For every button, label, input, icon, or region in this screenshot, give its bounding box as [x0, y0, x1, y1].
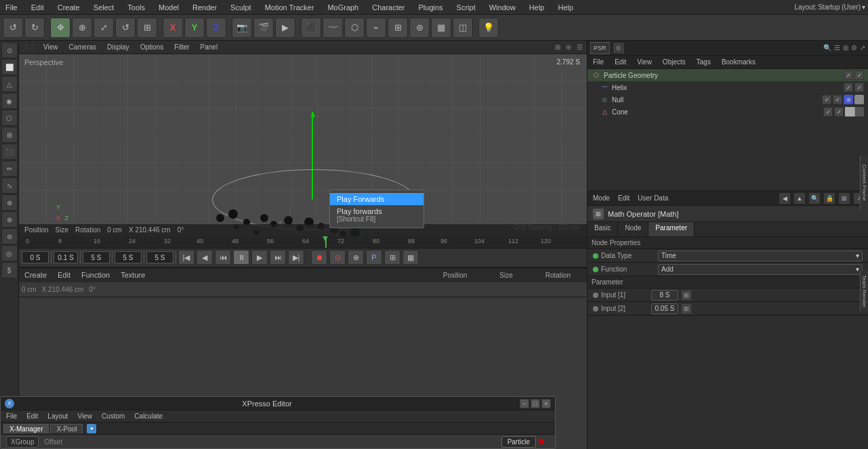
tab-basic[interactable]: Basic [587, 222, 618, 236]
attr-nav-btn[interactable]: ▲ [793, 192, 806, 205]
z-axis-btn[interactable]: Z [206, 18, 226, 38]
start-frame[interactable] [115, 251, 142, 263]
create-menu[interactable]: Create [22, 270, 49, 280]
vp-display-tab[interactable]: Display [104, 42, 132, 52]
auto-key-btn[interactable]: P [366, 250, 382, 265]
rotate-tool-btn[interactable]: ↺ [115, 18, 136, 38]
left-btn-9[interactable]: ∿ [1, 177, 18, 194]
current-time-input[interactable] [22, 251, 49, 263]
obj-cone[interactable]: △ Cone ✓ ✓ [587, 106, 868, 118]
left-btn-5[interactable]: ⬡ [1, 110, 18, 126]
undo-btn[interactable]: ↺ [3, 18, 23, 38]
scale-tool-btn[interactable]: ⤢ [94, 18, 114, 38]
helix-lock-btn[interactable]: ✓ [854, 83, 864, 92]
3d-viewport[interactable]: Perspective ▲ ▶ ▲ [19, 54, 587, 236]
menu-create[interactable]: Create [55, 2, 83, 13]
vp-view-tab[interactable]: View [41, 42, 61, 52]
nurbs-btn[interactable]: ⬡ [344, 18, 365, 38]
xpresso-layout-menu[interactable]: Layout [45, 412, 70, 421]
particle-geo-lock-btn[interactable]: ✓ [854, 70, 864, 80]
left-btn-3[interactable]: △ [1, 76, 18, 92]
obj-edit-menu[interactable]: Edit [612, 58, 629, 66]
dynamics-btn[interactable]: ⊛ [409, 18, 430, 38]
xpresso-minimize-btn[interactable]: − [520, 399, 529, 408]
menu-render[interactable]: Sculpt [228, 2, 254, 13]
vp-filter-tab[interactable]: Filter [171, 42, 192, 52]
cone-lock-btn[interactable]: ✓ [834, 107, 844, 116]
deform-btn[interactable]: ⌁ [366, 18, 386, 38]
data-type-dropdown[interactable]: Time ▾ [658, 251, 863, 261]
camera-btn[interactable]: 📷 [232, 18, 252, 38]
light-btn[interactable]: 💡 [478, 18, 499, 38]
array-btn[interactable]: ⊞ [388, 18, 408, 38]
record-key-btn[interactable]: ⊙ [329, 250, 346, 265]
attr-edit-menu[interactable]: Edit [615, 194, 632, 202]
play-back-btn[interactable]: ◀ [197, 250, 213, 265]
left-btn-1[interactable]: ⊙ [1, 42, 18, 58]
menu-file[interactable]: File [3, 2, 20, 13]
left-btn-6[interactable]: ⊞ [1, 127, 18, 143]
obj-view-menu[interactable]: View [634, 58, 655, 66]
obj-bookmarks-menu[interactable]: Bookmarks [719, 58, 758, 66]
move-tool-btn[interactable]: ⊕ [72, 18, 92, 38]
menu-sculpt[interactable]: Motion Tracker [262, 2, 317, 13]
y-axis-btn[interactable]: Y [184, 18, 205, 38]
menu-window[interactable]: Help [526, 2, 547, 13]
obj-null[interactable]: ◎ Null ✓ ✓ ⊞ [587, 93, 868, 106]
attr-expand-btn[interactable]: ⊞ [838, 192, 850, 205]
menu-select[interactable]: Select [91, 2, 117, 13]
menu-model[interactable]: Model [156, 2, 182, 13]
go-start-btn[interactable]: |◀ [178, 250, 194, 265]
attr-back-btn[interactable]: ◀ [779, 192, 791, 205]
menu-script[interactable]: Window [487, 2, 518, 13]
left-btn-12[interactable]: ⊜ [1, 228, 18, 244]
attr-userdata-menu[interactable]: User Data [635, 194, 671, 202]
xpresso-custom-menu[interactable]: Custom [99, 412, 127, 421]
vp-options-tab[interactable]: Options [138, 42, 166, 52]
attr-mode-menu[interactable]: Mode [590, 194, 613, 202]
xpresso-close-btn[interactable]: × [541, 399, 551, 408]
render-btn[interactable]: ▶ [275, 18, 295, 38]
function-dropdown[interactable]: Add ▾ [658, 264, 863, 275]
obj-objects-menu[interactable]: Objects [660, 58, 688, 66]
null-vis-btn[interactable]: ✓ [822, 95, 831, 104]
helix-vis-btn[interactable]: ✓ [844, 83, 853, 92]
vp-cameras-tab[interactable]: Cameras [66, 42, 100, 52]
menu-mograph[interactable]: Character [369, 2, 407, 13]
obj-helix[interactable]: 〰 Helix ✓ ✓ [587, 81, 868, 93]
motion-path-btn[interactable]: ⊕ [348, 250, 364, 265]
input2-field[interactable] [651, 303, 678, 314]
left-btn-10[interactable]: ⊕ [1, 194, 18, 211]
vp-panel-tab[interactable]: Panel [198, 42, 221, 52]
xpresso-calculate-menu[interactable]: Calculate [131, 412, 165, 421]
camera2-btn[interactable]: ◫ [453, 18, 473, 38]
record-btn[interactable]: ⏺ [311, 250, 327, 265]
input1-adjust[interactable]: ⊞ [681, 290, 692, 301]
team-manager-tab[interactable]: Team Render [860, 271, 868, 312]
left-btn-7[interactable]: ⬛ [1, 144, 18, 160]
attr-search-icon[interactable]: 🔍 [808, 192, 821, 205]
xpresso-content[interactable]: XGroup Offset Particle [1, 435, 555, 448]
left-btn-4[interactable]: ◉ [1, 93, 18, 109]
end-frame[interactable] [146, 251, 173, 263]
xpresso-file-menu[interactable]: File [3, 412, 20, 421]
left-btn-14[interactable]: $ [1, 262, 18, 278]
null-lock-btn[interactable]: ✓ [833, 95, 842, 104]
edit-menu[interactable]: Edit [55, 270, 73, 280]
pause-btn[interactable]: ⏸ [233, 250, 249, 265]
frame-step[interactable] [83, 251, 110, 263]
left-btn-11[interactable]: ⊗ [1, 211, 18, 228]
step-back-btn[interactable]: ⏮ [215, 250, 231, 265]
tooltip-play-forwards-detail[interactable]: Play forwards [Shortcut F8] [330, 205, 423, 225]
menu-character[interactable]: Plugins [416, 2, 446, 13]
menu-simulate[interactable]: Render [190, 2, 220, 13]
menu-tools[interactable]: Tools [125, 2, 148, 13]
step-forward-btn[interactable]: ⏭ [270, 250, 286, 265]
xpresso-xpool-tab[interactable]: X-Pool [50, 424, 83, 433]
left-btn-13[interactable]: ◎ [1, 245, 18, 261]
fps-input[interactable] [54, 251, 78, 263]
object-tool-btn[interactable]: ⊞ [137, 18, 157, 38]
obj-file-menu[interactable]: File [590, 58, 606, 66]
tooltip-play-forwards[interactable]: Play Forwards [330, 193, 423, 205]
psr-btn[interactable]: 0 [613, 42, 625, 54]
